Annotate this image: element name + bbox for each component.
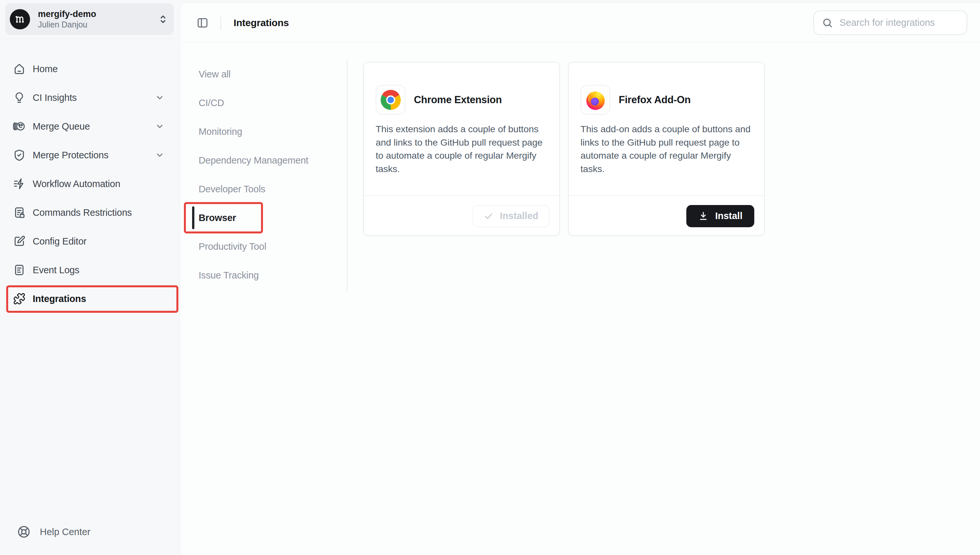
check-icon: [484, 211, 494, 221]
workflow-zap-icon: [13, 178, 26, 190]
puzzle-icon: [13, 292, 26, 305]
sidebar-item-label: Event Logs: [33, 265, 79, 276]
sidebar-item-ci-insights[interactable]: CI Insights: [0, 85, 180, 111]
file-lines-icon: [13, 264, 26, 276]
category-issue-tracking[interactable]: Issue Tracking: [199, 261, 347, 290]
sidebar-item-event-logs[interactable]: Event Logs: [0, 257, 180, 283]
search-input[interactable]: [840, 17, 964, 28]
chrome-logo-tile: [376, 85, 405, 115]
category-monitoring[interactable]: Monitoring: [199, 117, 347, 146]
firefox-logo-tile: [580, 85, 610, 115]
home-icon: [13, 63, 26, 75]
sidebar-item-merge-protections[interactable]: Merge Protections: [0, 142, 180, 168]
sidebar-toggle-icon[interactable]: [196, 17, 209, 29]
firefox-logo-icon: [585, 90, 606, 110]
lightbulb-icon: [13, 91, 26, 104]
category-cicd[interactable]: CI/CD: [199, 88, 347, 117]
card-title: Firefox Add-On: [619, 94, 691, 106]
square-pen-icon: [13, 235, 26, 247]
sidebar-item-label: Merge Protections: [33, 150, 108, 160]
integration-cards: Chrome Extension This extension adds a c…: [363, 62, 765, 236]
download-icon: [698, 211, 708, 221]
sidebar-item-merge-queue[interactable]: Merge Queue: [0, 113, 180, 140]
category-developer-tools[interactable]: Developer Tools: [199, 175, 347, 204]
sidebar-item-home[interactable]: Home: [0, 56, 180, 82]
category-dependency-management[interactable]: Dependency Management: [199, 146, 347, 175]
sidebar-header-divider: [0, 38, 180, 39]
sidebar: mergify-demo Julien Danjou Home: [0, 0, 180, 555]
help-center-link[interactable]: Help Center: [17, 524, 90, 540]
main-panel: Integrations View all CI/CD Monitoring D…: [180, 3, 980, 555]
integrations-content: View all CI/CD Monitoring Dependency Man…: [180, 43, 980, 555]
sidebar-item-label: Workflow Automation: [33, 178, 120, 189]
merge-queue-icon: [13, 120, 26, 133]
category-view-all[interactable]: View all: [199, 60, 347, 88]
workspace-selector[interactable]: mergify-demo Julien Danjou: [5, 3, 174, 35]
sidebar-item-label: CI Insights: [33, 92, 77, 103]
card-firefox-addon: Firefox Add-On This add-on adds a couple…: [568, 62, 765, 236]
sidebar-item-label: Home: [33, 64, 58, 74]
card-footer: Install: [569, 195, 764, 236]
search-box: [813, 10, 967, 35]
file-lock-icon: [13, 206, 26, 219]
install-button[interactable]: Install: [686, 205, 754, 227]
mergify-logo-icon: [13, 13, 26, 26]
chevrons-up-down-icon: [157, 14, 169, 25]
workspace-user: Julien Danjou: [38, 19, 96, 30]
chevron-down-icon: [155, 122, 165, 131]
chrome-logo-icon: [380, 90, 401, 110]
sidebar-item-label: Integrations: [33, 294, 86, 304]
sidebar-nav: Home CI Insights: [0, 56, 180, 314]
card-footer: Installed: [364, 195, 559, 236]
card-title: Chrome Extension: [414, 94, 502, 106]
chevron-down-icon: [155, 150, 165, 160]
sidebar-item-config-editor[interactable]: Config Editor: [0, 228, 180, 254]
category-list: View all CI/CD Monitoring Dependency Man…: [199, 60, 347, 292]
chevron-down-icon: [155, 93, 165, 103]
sidebar-item-commands-restrictions[interactable]: Commands Restrictions: [0, 199, 180, 226]
workspace-avatar: [10, 9, 30, 29]
installed-button: Installed: [472, 205, 549, 227]
sidebar-item-workflow-automation[interactable]: Workflow Automation: [0, 171, 180, 197]
search-icon: [822, 17, 833, 29]
installed-button-label: Installed: [500, 210, 538, 221]
sidebar-item-label: Config Editor: [33, 236, 87, 247]
install-button-label: Install: [715, 210, 742, 221]
page-title: Integrations: [234, 17, 289, 29]
sidebar-item-label: Merge Queue: [33, 121, 90, 132]
topbar-divider: [220, 16, 221, 30]
card-description: This extension adds a couple of buttons …: [376, 122, 552, 175]
lifebuoy-icon: [17, 525, 31, 539]
workspace-name: mergify-demo: [38, 9, 96, 19]
topbar: Integrations: [180, 3, 980, 43]
category-productivity-tool[interactable]: Productivity Tool: [199, 232, 347, 261]
card-chrome-extension: Chrome Extension This extension adds a c…: [363, 62, 560, 236]
card-description: This add-on adds a couple of buttons and…: [580, 122, 757, 175]
sidebar-item-label: Commands Restrictions: [33, 207, 132, 218]
help-center-label: Help Center: [40, 526, 90, 537]
category-browser[interactable]: Browser: [199, 204, 347, 232]
sidebar-item-integrations[interactable]: Integrations: [0, 286, 180, 312]
shield-check-icon: [13, 149, 26, 161]
